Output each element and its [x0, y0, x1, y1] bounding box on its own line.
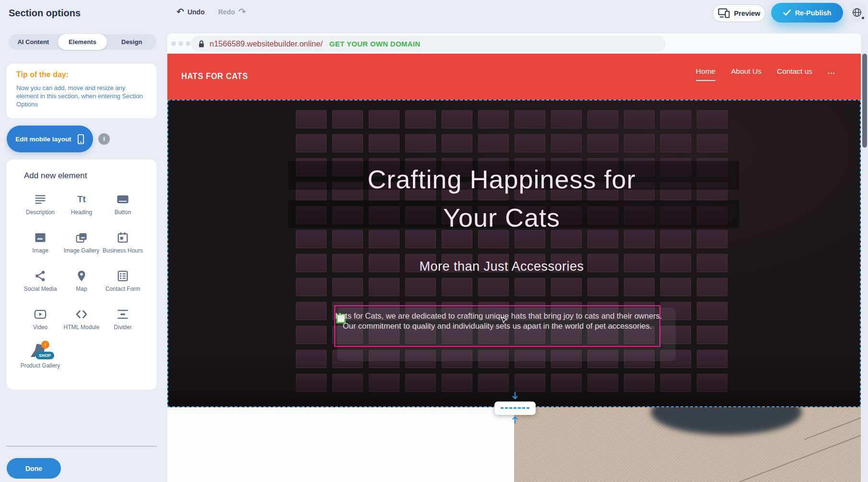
add-element-divider[interactable]: Divider [102, 302, 143, 341]
add-element-html-module[interactable]: HTML Module [61, 302, 102, 341]
add-element-image[interactable]: Image [20, 226, 61, 264]
video-icon [34, 306, 47, 322]
preview-scrollbar[interactable] [861, 34, 868, 482]
address-bar[interactable]: n1566589.websitebuilder.online/ GET YOUR… [191, 35, 666, 52]
svg-text:Tt: Tt [77, 194, 86, 204]
hero-tile [624, 278, 655, 296]
description-icon [34, 191, 47, 207]
hero-tile [405, 110, 436, 128]
preview-button[interactable]: Preview [713, 4, 765, 22]
browser-dot [186, 41, 190, 46]
hero-tile [405, 230, 436, 248]
panel-divider [6, 446, 157, 447]
globe-icon [852, 7, 862, 18]
image-icon [34, 230, 47, 246]
hero-tile [369, 278, 399, 296]
check-icon [783, 10, 791, 16]
tab-ai-content[interactable]: AI Content [9, 34, 58, 50]
hero-tile [515, 110, 545, 128]
nav-more-button[interactable]: ... [828, 67, 835, 80]
element-label: Description [26, 209, 55, 216]
hero-tile [697, 278, 727, 296]
selected-text-element[interactable]: Hats for Cats, we are dedicated to craft… [334, 305, 660, 347]
hero-tile [296, 350, 327, 368]
hero-tile [405, 278, 436, 296]
tab-elements[interactable]: Elements [58, 34, 107, 50]
hero-tile [624, 134, 655, 152]
done-button[interactable]: Done [7, 458, 61, 479]
hero-tile [332, 110, 363, 128]
add-element-button[interactable]: Button [102, 187, 143, 226]
hero-tile [587, 374, 618, 392]
tip-body: Now you can add, move and resize any ele… [16, 84, 147, 108]
element-label: Divider [114, 324, 131, 331]
hero-heading-line2: Your Cats [168, 203, 835, 232]
browser-dot [178, 41, 183, 46]
add-element-description[interactable]: Description [20, 187, 61, 226]
hero-tile [369, 230, 399, 248]
get-your-own-domain-link[interactable]: GET YOUR OWN DOMAIN [329, 40, 421, 48]
add-element-grid: DescriptionTtHeadingButtonImageImage Gal… [20, 187, 143, 379]
hero-tile [296, 110, 327, 128]
hero-tile [478, 110, 509, 128]
republish-button[interactable]: Re-Publish [771, 3, 843, 23]
undo-label: Undo [188, 8, 205, 16]
tab-design[interactable]: Design [107, 34, 156, 50]
arrow-down-icon [511, 392, 519, 402]
undo-icon: ↶ [176, 8, 184, 16]
hero-tile [587, 230, 618, 248]
browser-chrome-bar: n1566589.websitebuilder.online/ GET YOUR… [167, 34, 861, 54]
panel-tab-bar: AI ContentElementsDesign [9, 34, 156, 50]
hero-tile [697, 134, 727, 152]
hero-tile [442, 278, 472, 296]
undo-button[interactable]: ↶ Undo [176, 8, 205, 16]
language-globe-button[interactable] [847, 2, 867, 23]
add-element-image-gallery[interactable]: Image Gallery [61, 226, 102, 264]
hero-tile [515, 278, 545, 296]
hero-tile [332, 230, 363, 248]
add-element-business-hours[interactable]: Business Hours [102, 226, 143, 264]
hero-tile [405, 374, 436, 392]
hero-tile [551, 374, 582, 392]
element-label: Contact Form [106, 286, 141, 292]
map-icon [75, 268, 88, 284]
phone-icon [77, 134, 84, 145]
lock-icon [198, 40, 205, 48]
edit-mobile-layout-button[interactable]: Edit mobile layout [7, 126, 93, 152]
site-logo[interactable]: HATS FOR CATS [181, 71, 248, 81]
button-icon [116, 191, 129, 207]
hero-tile [442, 134, 472, 152]
contact-form-icon [116, 268, 129, 284]
nav-item-home[interactable]: Home [696, 67, 716, 81]
info-icon[interactable]: i [98, 133, 110, 145]
image-gallery-icon [75, 230, 88, 246]
hero-tile [442, 110, 472, 128]
hero-tile [515, 230, 545, 248]
add-element-contact-form[interactable]: Contact Form [102, 264, 143, 302]
add-element-title: Add new element [24, 171, 87, 181]
add-element-heading[interactable]: TtHeading [61, 187, 102, 226]
hero-tile [551, 278, 582, 296]
section-resize-handle[interactable] [494, 402, 536, 415]
scrollbar-thumb[interactable] [862, 54, 867, 148]
add-element-map[interactable]: Map [61, 264, 102, 302]
add-element-video[interactable]: Video [20, 302, 61, 341]
add-element-product-gallery[interactable]: ↑SHOPProduct Gallery [20, 341, 61, 379]
element-label: HTML Module [64, 324, 100, 331]
hero-tile [478, 134, 509, 152]
element-label: Button [115, 209, 131, 216]
hero-tile [478, 278, 509, 296]
element-label: Map [76, 286, 87, 292]
nav-item-contact-us[interactable]: Contact us [777, 67, 812, 80]
hero-tile [478, 230, 509, 248]
hero-section-selected[interactable]: Crafting Happiness for Your Cats More th… [167, 100, 861, 407]
hero-tile [296, 134, 327, 152]
hero-tile [587, 110, 618, 128]
redo-button[interactable]: Redo ↷ [218, 8, 246, 16]
add-element-social-media[interactable]: Social Media [20, 264, 61, 302]
hero-tile [369, 134, 399, 152]
next-section-background [167, 407, 514, 482]
nav-item-about-us[interactable]: About Us [731, 67, 762, 80]
hero-tile [551, 134, 582, 152]
republish-label: Re-Publish [795, 9, 832, 17]
